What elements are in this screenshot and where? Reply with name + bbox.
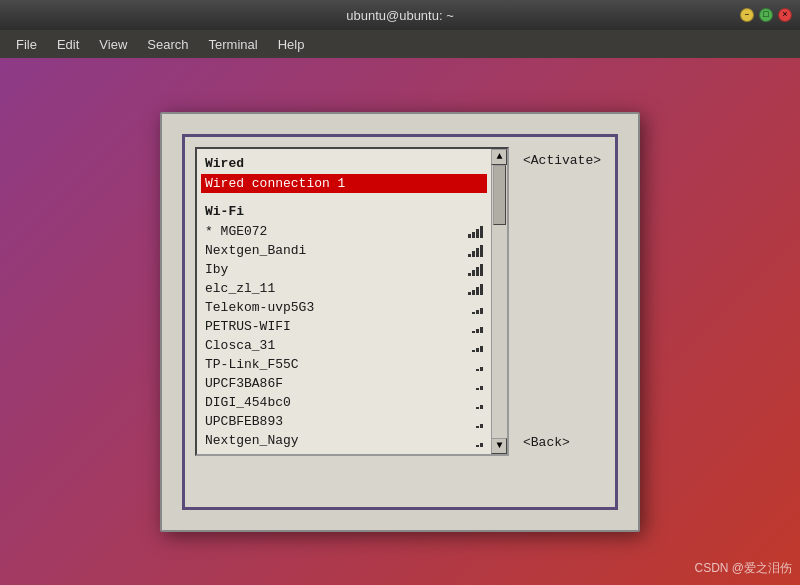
menu-help[interactable]: Help: [270, 34, 313, 55]
window-title: ubuntu@ubuntu: ~: [346, 8, 454, 23]
signal-bar-4: [480, 284, 483, 295]
scroll-track: [492, 165, 507, 438]
network-item-upcbfeb893[interactable]: UPCBFEB893: [201, 412, 487, 431]
network-label: Closca_31: [205, 338, 275, 353]
signal-icon: [468, 224, 483, 238]
signal-bar-2: [476, 329, 479, 333]
signal-icon: [476, 395, 483, 409]
network-item-nextgen-nagy[interactable]: Nextgen_Nagy: [201, 431, 487, 450]
signal-bar-1: [476, 369, 479, 371]
signal-icon: [476, 433, 483, 447]
signal-bar-2: [480, 443, 483, 447]
network-item-elc-zl-11[interactable]: elc_zl_11: [201, 279, 487, 298]
signal-bar-3: [476, 267, 479, 276]
signal-bar-1: [468, 273, 471, 276]
network-label: Telekom-uvp5G3: [205, 300, 314, 315]
signal-bar-2: [472, 251, 475, 257]
signal-bar-4: [480, 226, 483, 238]
signal-bar-2: [472, 290, 475, 295]
signal-bar-2: [472, 232, 475, 238]
title-bar: ubuntu@ubuntu: ~ – □ ×: [0, 0, 800, 30]
menu-view[interactable]: View: [91, 34, 135, 55]
network-label: UPCBFEB893: [205, 414, 283, 429]
network-item-nextgen-bandi[interactable]: Nextgen_Bandi: [201, 241, 487, 260]
spacer: [201, 193, 487, 201]
menu-bar: File Edit View Search Terminal Help: [0, 30, 800, 58]
signal-bar-1: [476, 445, 479, 447]
maximize-button[interactable]: □: [759, 8, 773, 22]
watermark: CSDN @爱之泪伤: [694, 560, 792, 577]
close-button[interactable]: ×: [778, 8, 792, 22]
signal-bar-1: [472, 350, 475, 352]
signal-bar-3: [480, 308, 483, 314]
network-item-digi-454bc0[interactable]: DIGI_454bc0: [201, 393, 487, 412]
network-label: * MGE072: [205, 224, 267, 239]
signal-icon: [472, 319, 483, 333]
signal-icon: [476, 414, 483, 428]
signal-bar-2: [480, 367, 483, 371]
network-label: Nextgen_Bandi: [205, 243, 306, 258]
network-item-iby[interactable]: Iby: [201, 260, 487, 279]
network-item-mge072[interactable]: * MGE072: [201, 222, 487, 241]
window-controls: – □ ×: [740, 8, 792, 22]
signal-bar-1: [468, 234, 471, 238]
network-label: elc_zl_11: [205, 281, 275, 296]
signal-bar-3: [476, 229, 479, 238]
signal-bar-2: [476, 348, 479, 352]
scroll-down-button[interactable]: ▼: [491, 438, 507, 454]
network-item-tp-link-f55c[interactable]: TP-Link_F55C: [201, 355, 487, 374]
wifi-section-header: Wi-Fi: [201, 201, 487, 222]
side-buttons: <Activate> <Back>: [519, 147, 605, 456]
scrollbar: ▲ ▼: [491, 149, 507, 454]
network-item-closca-31[interactable]: Closca_31: [201, 336, 487, 355]
network-label: Iby: [205, 262, 228, 277]
signal-bar-1: [468, 254, 471, 257]
network-label: Nextgen_Nagy: [205, 433, 299, 448]
network-label: DIGI_454bc0: [205, 395, 291, 410]
activate-button[interactable]: <Activate>: [519, 151, 605, 170]
scroll-up-button[interactable]: ▲: [491, 149, 507, 165]
menu-file[interactable]: File: [8, 34, 45, 55]
network-item-telekom-uvp5g3[interactable]: Telekom-uvp5G3: [201, 298, 487, 317]
list-scroll-area: Wired Wired connection 1 Wi-Fi * MGE072: [195, 147, 509, 456]
signal-icon: [472, 300, 483, 314]
network-list: Wired Wired connection 1 Wi-Fi * MGE072: [197, 149, 491, 454]
network-item-wired-connection-1[interactable]: Wired connection 1: [201, 174, 487, 193]
signal-bar-1: [468, 292, 471, 295]
back-button[interactable]: <Back>: [519, 433, 605, 452]
signal-bar-2: [480, 386, 483, 390]
signal-bar-2: [476, 310, 479, 314]
network-item-petrus-wifi[interactable]: PETRUS-WIFI: [201, 317, 487, 336]
signal-bar-4: [480, 264, 483, 276]
signal-bar-1: [476, 407, 479, 409]
menu-terminal[interactable]: Terminal: [201, 34, 266, 55]
menu-edit[interactable]: Edit: [49, 34, 87, 55]
signal-bar-4: [480, 245, 483, 257]
network-label: TP-Link_F55C: [205, 357, 299, 372]
signal-bar-1: [472, 331, 475, 333]
minimize-button[interactable]: –: [740, 8, 754, 22]
signal-icon: [476, 357, 483, 371]
wired-section-header: Wired: [201, 153, 487, 174]
network-label: PETRUS-WIFI: [205, 319, 291, 334]
signal-bar-1: [476, 426, 479, 428]
signal-bar-1: [476, 388, 479, 390]
signal-bar-3: [476, 248, 479, 257]
signal-bar-3: [476, 287, 479, 295]
signal-icon: [468, 243, 483, 257]
network-manager-dialog: Wired Wired connection 1 Wi-Fi * MGE072: [182, 134, 618, 510]
signal-bar-3: [480, 327, 483, 333]
terminal-window: Wired Wired connection 1 Wi-Fi * MGE072: [160, 112, 640, 532]
menu-search[interactable]: Search: [139, 34, 196, 55]
network-label: Wired connection 1: [205, 176, 345, 191]
signal-icon: [468, 262, 483, 276]
main-area: Wired Wired connection 1 Wi-Fi * MGE072: [0, 58, 800, 585]
signal-bar-3: [480, 346, 483, 352]
signal-icon: [472, 338, 483, 352]
signal-icon: [476, 376, 483, 390]
signal-bar-2: [480, 405, 483, 409]
signal-bar-1: [472, 312, 475, 314]
scroll-thumb[interactable]: [493, 165, 506, 225]
network-list-container: Wired Wired connection 1 Wi-Fi * MGE072: [195, 147, 605, 456]
network-item-upcf3ba86f[interactable]: UPCF3BA86F: [201, 374, 487, 393]
